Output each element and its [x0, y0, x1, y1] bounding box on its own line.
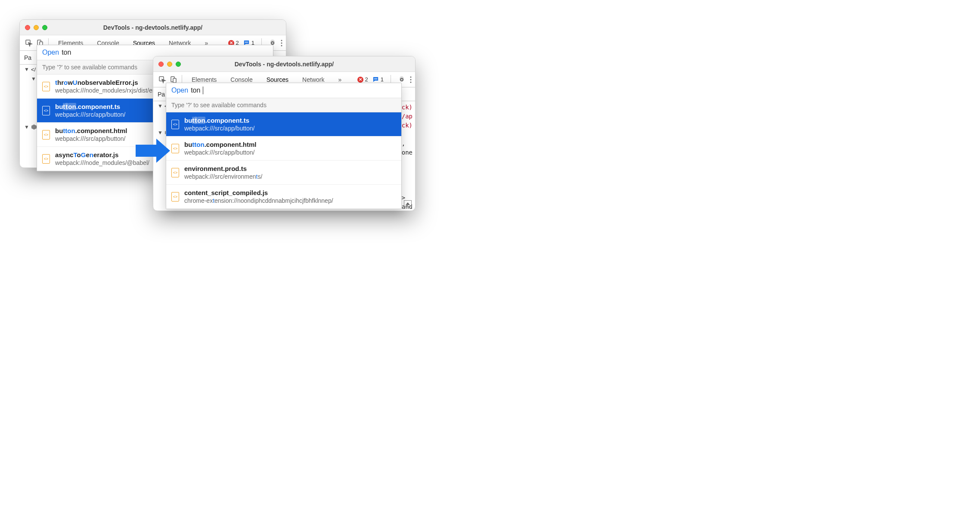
svg-point-15: [410, 81, 412, 83]
svg-rect-10: [173, 78, 176, 83]
result-title: button.component.ts: [184, 117, 254, 124]
result-title: throwUnobservableError.js: [55, 79, 160, 86]
open-label: Open: [42, 49, 59, 56]
file-icon: [171, 192, 179, 202]
svg-point-14: [410, 79, 412, 80]
command-hint: Type '?' to see available commands: [166, 98, 401, 112]
chevron-down-icon: ▼: [158, 103, 163, 109]
svg-rect-3: [245, 42, 248, 42]
file-icon: [171, 120, 179, 129]
result-path: webpack:///src/app/button/: [184, 125, 254, 132]
titlebar: DevTools - ng-devtools.netlify.app/: [20, 20, 286, 35]
search-row[interactable]: Open ton: [166, 83, 401, 98]
result-item[interactable]: environment.prod.tswebpack:///src/enviro…: [166, 161, 401, 185]
svg-point-6: [281, 42, 282, 43]
titlebar: DevTools - ng-devtools.netlify.app/: [153, 56, 415, 72]
chevron-down-icon: ▼: [24, 66, 29, 72]
open-label: Open: [171, 87, 188, 94]
file-icon: [42, 106, 50, 115]
inspect-element-icon[interactable]: [23, 37, 34, 49]
result-title: environment.prod.ts: [184, 165, 262, 172]
message-icon: [372, 76, 379, 83]
file-icon: [42, 154, 50, 164]
result-title: content_script_compiled.js: [184, 189, 333, 196]
file-icon: [42, 130, 50, 140]
drawer-toggle-icon[interactable]: [404, 200, 412, 207]
error-icon: ✕: [357, 77, 363, 83]
kebab-menu-icon[interactable]: [410, 76, 412, 83]
window-title: DevTools - ng-devtools.netlify.app/: [20, 24, 286, 31]
error-badge[interactable]: ✕ 2: [357, 76, 368, 83]
svg-rect-11: [374, 78, 378, 79]
kebab-menu-icon[interactable]: [281, 40, 282, 47]
chevron-down-icon: ▼: [158, 130, 163, 136]
gear-icon[interactable]: [398, 76, 406, 84]
results-list: button.component.tswebpack:///src/app/bu…: [166, 112, 401, 209]
svg-point-13: [410, 76, 412, 78]
error-count: 2: [365, 76, 368, 83]
file-icon: [42, 82, 50, 91]
window-title: DevTools - ng-devtools.netlify.app/: [153, 61, 415, 68]
result-path: webpack:///src/app/button/: [55, 135, 127, 142]
svg-point-5: [281, 40, 282, 41]
text-cursor: [203, 87, 203, 94]
result-path: webpack:///src/app/button/: [184, 149, 256, 156]
command-menu-popup: Open ton Type '?' to see available comma…: [166, 83, 402, 209]
chevron-right-icon: ▼: [31, 76, 36, 82]
search-input[interactable]: ton: [191, 87, 200, 94]
message-badge[interactable]: 1: [372, 76, 384, 83]
panel-label: Pa: [24, 54, 31, 61]
svg-rect-12: [374, 79, 378, 80]
result-item[interactable]: button.component.tswebpack:///src/app/bu…: [166, 112, 401, 136]
result-title: button.component.html: [184, 141, 256, 148]
panel-label: Pa: [158, 91, 165, 98]
svg-point-7: [281, 45, 282, 46]
chevron-down-icon: ▼: [24, 124, 29, 130]
result-item[interactable]: content_script_compiled.jschrome-extensi…: [166, 185, 401, 209]
result-title: button.component.ts: [55, 103, 125, 110]
result-path: chrome-extension://noondiphcddnnabmjcihc…: [184, 197, 333, 204]
arrow-icon: [136, 139, 170, 163]
result-path: webpack:///node_modules/rxjs/dist/esm: [55, 87, 160, 94]
result-item[interactable]: button.component.htmlwebpack:///src/app/…: [166, 136, 401, 161]
svg-rect-4: [245, 43, 248, 43]
file-icon: [171, 144, 179, 153]
result-path: webpack:///src/app/button/: [55, 111, 125, 118]
search-input[interactable]: ton: [62, 49, 71, 56]
result-path: webpack:///src/environments/: [184, 173, 262, 180]
message-count: 1: [381, 76, 384, 83]
result-title: button.component.html: [55, 127, 127, 134]
file-icon: [171, 168, 179, 177]
